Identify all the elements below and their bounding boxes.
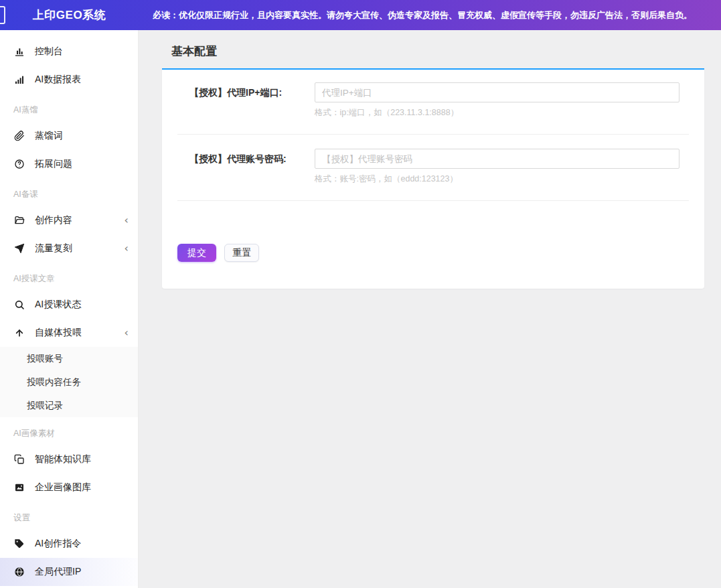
page-title: 基本配置 [171,44,704,59]
sidebar: 控制台 AI数据报表 AI蒸馏 蒸馏词 拓展问题 [0,30,139,588]
form-row-proxy-credentials: 【授权】代理账号密码: 格式：账号:密码，如（eddd:123123） [162,135,704,200]
chevron-left-icon: ‹ [125,243,129,254]
basic-config-card: 【授权】代理IP+端口: 格式：ip:端口，如（223.11.3.1:8888）… [162,68,704,289]
submit-button[interactable]: 提交 [177,244,216,262]
header-edge-fragment [0,6,5,24]
sidebar-item-agent-knowledge-base[interactable]: 智能体知识库 [0,445,138,473]
proxy-credentials-input[interactable] [315,149,679,169]
sidebar-subitem-feed-content-task[interactable]: 投喂内容任务 [0,370,138,394]
sidebar-subitem-feed-records[interactable]: 投喂记录 [0,394,138,417]
chevron-left-icon: ‹ [125,327,129,338]
sidebar-item-global-proxy-ip[interactable]: 全局代理IP [0,558,138,586]
proxy-ip-label: 【授权】代理IP+端口: [189,82,315,134]
question-circle-icon [13,159,25,170]
proxy-ip-help: 格式：ip:端口，如（223.11.3.1:8888） [315,107,689,119]
app-window: 上印GEO系统 必读：优化仅限正规行业，且内容要真实性。请勿夸大宣传、伪造专家及… [0,0,721,588]
sidebar-item-distill-words[interactable]: 蒸馏词 [0,122,138,150]
top-header: 上印GEO系统 必读：优化仅限正规行业，且内容要真实性。请勿夸大宣传、伪造专家及… [0,0,721,30]
sidebar-item-label: 控制台 [35,46,63,58]
tag-icon [13,538,25,550]
copy-icon [13,454,25,465]
signal-bars-icon [13,74,25,86]
image-icon [13,482,25,494]
sidebar-item-create-content[interactable]: 创作内容 ‹ [0,206,138,234]
sidebar-item-label: AI数据报表 [35,74,81,86]
sidebar-item-label: 全局代理IP [35,566,81,578]
sidebar-section-ai-lesson: AI备课 [0,182,138,206]
sidebar-section-settings: 设置 [0,506,138,530]
sidebar-item-traffic-clone[interactable]: 流量复刻 ‹ [0,234,138,263]
sidebar-item-label: 流量复刻 [35,242,72,254]
sidebar-item-label: AI创作指令 [35,538,81,550]
sidebar-item-ai-data-report[interactable]: AI数据报表 [0,66,138,94]
paperclip-icon [13,131,25,142]
sidebar-item-label: 智能体知识库 [35,453,91,465]
sidebar-item-dashboard[interactable]: 控制台 [0,38,138,66]
bar-chart-icon [13,46,25,58]
main-content: 基本配置 【授权】代理IP+端口: 格式：ip:端口，如（223.11.3.1:… [139,30,721,588]
proxy-ip-input[interactable] [315,82,679,102]
sidebar-nav: 控制台 AI数据报表 AI蒸馏 蒸馏词 拓展问题 [0,30,138,586]
sidebar-item-expand-questions[interactable]: 拓展问题 [0,150,138,178]
folder-open-icon [13,215,25,226]
sidebar-section-ai-portrait: AI画像素材 [0,421,138,445]
arrow-up-icon [13,327,25,339]
sidebar-item-label: 自媒体投喂 [35,327,82,339]
search-icon [13,299,25,311]
app-logo: 上印GEO系统 [0,7,139,23]
paper-plane-icon [13,243,25,254]
sidebar-item-enterprise-image-gallery[interactable]: 企业画像图库 [0,473,138,502]
proxy-credentials-label: 【授权】代理账号密码: [189,149,315,200]
chevron-left-icon: ‹ [125,215,129,226]
globe-icon [13,567,25,578]
sidebar-submenu-media-feed: 投喂账号 投喂内容任务 投喂记录 [0,347,138,417]
form-actions: 提交 重置 [162,201,704,289]
header-notice: 必读：优化仅限正规行业，且内容要真实性。请勿夸大宣传、伪造专家及报告、冒充权威、… [153,9,692,21]
sidebar-subitem-feed-account[interactable]: 投喂账号 [0,347,138,370]
sidebar-item-label: 蒸馏词 [35,130,63,142]
sidebar-section-ai-distill: AI蒸馏 [0,98,138,122]
sidebar-item-label: AI授课状态 [35,299,81,311]
sidebar-item-label: 企业画像图库 [35,482,91,494]
sidebar-section-ai-teach-article: AI授课文章 [0,267,138,291]
sidebar-item-media-feed[interactable]: 自媒体投喂 ‹ [0,319,138,347]
proxy-credentials-help: 格式：账号:密码，如（eddd:123123） [315,173,689,185]
sidebar-item-ai-create-command[interactable]: AI创作指令 [0,530,138,558]
sidebar-item-label: 拓展问题 [35,158,72,170]
sidebar-item-ai-teach-status[interactable]: AI授课状态 [0,291,138,319]
form-row-proxy-ip: 【授权】代理IP+端口: 格式：ip:端口，如（223.11.3.1:8888） [162,70,704,134]
reset-button[interactable]: 重置 [224,244,259,262]
sidebar-item-label: 创作内容 [35,214,72,226]
